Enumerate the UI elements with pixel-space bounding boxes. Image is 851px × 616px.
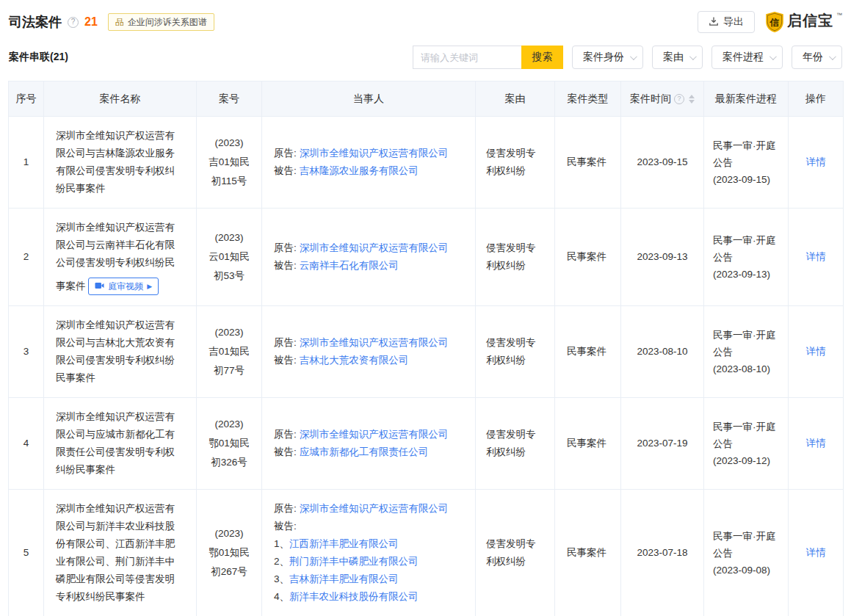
plaintiff-link[interactable]: 深圳市全维知识产权运营有限公司 (300, 148, 449, 159)
cause-cell: 侵害发明专利权纠纷 (476, 398, 555, 490)
defendant-link[interactable]: 荆门新洋丰中磷肥业有限公司 (289, 556, 419, 567)
chevron-down-icon (829, 53, 836, 60)
parties-cell: 原告:深圳市全维知识产权运营有限公司 被告:吉林隆源农业服务有限公司 (262, 117, 476, 209)
brand-trademark: ™ (836, 12, 842, 18)
row-index: 2 (9, 209, 44, 306)
case-name: 深圳市全维知识产权运营有限公司与应城市新都化工有限责任公司侵害发明专利权纠纷民事… (56, 411, 175, 475)
defendant-number: 1、 (274, 538, 289, 549)
defendant-link[interactable]: 吉林隆源农业服务有限公司 (300, 165, 419, 176)
defendant-link[interactable]: 吉林新洋丰肥业有限公司 (289, 573, 399, 584)
cause-cell: 侵害发明专利权纠纷 (476, 490, 555, 616)
export-button[interactable]: 导出 (698, 11, 755, 33)
chevron-down-icon (689, 53, 697, 60)
defendant-label: 被告: (274, 165, 297, 176)
filter-controls: 搜索 案件身份 案由 案件进程 年份 (413, 46, 842, 69)
detail-link[interactable]: 详情 (806, 547, 826, 558)
case-number: (2023) 吉01知民 初115号 (197, 117, 262, 209)
plaintiff-label: 原告: (274, 148, 297, 159)
cause-dropdown[interactable]: 案由 (652, 46, 703, 69)
progress-dropdown[interactable]: 案件进程 (711, 46, 783, 69)
col-header-time[interactable]: 案件时间 ? (621, 81, 704, 117)
row-index: 5 (9, 490, 44, 616)
page-title: 司法案件 (9, 13, 62, 31)
section-title: 案件串联(21) (9, 51, 68, 64)
title-help-icon[interactable]: ? (68, 17, 79, 28)
detail-link[interactable]: 详情 (806, 438, 826, 449)
svg-text:信: 信 (769, 17, 780, 28)
col-header-index: 序号 (9, 81, 44, 117)
search-box: 搜索 (413, 46, 563, 69)
case-time-cell: 2023-07-19 (621, 398, 704, 490)
case-type-cell: 民事案件 (555, 398, 621, 490)
year-dropdown[interactable]: 年份 (792, 46, 842, 69)
progress-cell: 民事一审·开庭公告 (2023-09-12) (704, 398, 789, 490)
plaintiff-link[interactable]: 深圳市全维知识产权运营有限公司 (300, 242, 449, 253)
brand-logo: 信 启信宝 ™ (765, 11, 842, 33)
trial-video-label: 庭审视频 (108, 282, 143, 291)
org-chart-icon: 品 (115, 16, 124, 29)
defendant-label: 被告: (274, 355, 297, 366)
defendant-label: 被告: (274, 446, 297, 457)
plaintiff-link[interactable]: 深圳市全维知识产权运营有限公司 (300, 503, 449, 514)
case-role-dropdown[interactable]: 案件身份 (572, 46, 643, 69)
parties-cell: 原告:深圳市全维知识产权运营有限公司 被告:云南祥丰石化有限公司 (262, 209, 476, 306)
litigation-graph-badge[interactable]: 品 企业间涉诉关系图谱 (108, 13, 214, 31)
chevron-down-icon (630, 53, 637, 60)
progress-cell: 民事一审·开庭公告 (2023-09-13) (704, 209, 789, 306)
cause-dropdown-label: 案由 (663, 51, 684, 64)
defendant-link[interactable]: 江西新洋丰肥业有限公司 (289, 538, 399, 549)
table-header-row: 序号 案件名称 案号 当事人 案由 案件类型 案件时间 ? 最新案件进程 操作 (9, 81, 844, 117)
detail-link[interactable]: 详情 (806, 346, 826, 357)
case-type-cell: 民事案件 (555, 209, 621, 306)
case-time-cell: 2023-07-18 (621, 490, 704, 616)
case-time-cell: 2023-08-10 (621, 306, 704, 398)
defendant-link[interactable]: 云南祥丰石化有限公司 (300, 260, 399, 271)
defendant-number: 3、 (274, 573, 289, 584)
case-type-cell: 民事案件 (555, 306, 621, 398)
cause-cell: 侵害发明专利权纠纷 (476, 117, 555, 209)
defendant-link[interactable]: 吉林北大荒农资有限公司 (300, 355, 409, 366)
plaintiff-label: 原告: (274, 337, 297, 348)
case-time-cell: 2023-09-15 (621, 117, 704, 209)
top-bar: 司法案件 ? 21 品 企业间涉诉关系图谱 导出 信 启信宝 ™ (0, 0, 851, 34)
row-index: 4 (9, 398, 44, 490)
brand-name: 启信宝 (787, 11, 833, 31)
progress-dropdown-label: 案件进程 (723, 51, 764, 64)
detail-link[interactable]: 详情 (806, 251, 826, 262)
table-row: 1 深圳市全维知识产权运营有限公司与吉林隆源农业服务有限公司侵害发明专利权纠纷民… (9, 117, 844, 209)
time-help-icon[interactable]: ? (674, 94, 684, 104)
defendant-number: 2、 (274, 556, 289, 567)
progress-cell: 民事一审·开庭公告 (2023-09-15) (704, 117, 789, 209)
download-icon (709, 16, 719, 29)
col-header-progress: 最新案件进程 (704, 81, 789, 117)
plaintiff-link[interactable]: 深圳市全维知识产权运营有限公司 (300, 429, 449, 440)
case-name: 深圳市全维知识产权运营有限公司与吉林北大荒农资有限公司侵害发明专利权纠纷民事案件 (56, 319, 175, 383)
row-index: 1 (9, 117, 44, 209)
case-type-cell: 民事案件 (555, 117, 621, 209)
parties-cell: 原告:深圳市全维知识产权运营有限公司 被告:吉林北大荒农资有限公司 (262, 306, 476, 398)
defendant-link[interactable]: 新洋丰农业科技股份有限公司 (289, 591, 419, 602)
sort-icon[interactable] (689, 95, 695, 104)
year-dropdown-label: 年份 (803, 51, 823, 64)
top-bar-right: 导出 信 启信宝 ™ (698, 11, 842, 33)
case-role-dropdown-label: 案件身份 (583, 51, 624, 64)
col-header-parties: 当事人 (262, 81, 476, 117)
progress-cell: 民事一审·开庭公告 (2023-09-08) (704, 490, 789, 616)
cause-cell: 侵害发明专利权纠纷 (476, 209, 555, 306)
litigation-graph-label: 企业间涉诉关系图谱 (128, 16, 207, 29)
defendant-number: 4、 (274, 591, 289, 602)
col-header-action: 操作 (789, 81, 844, 117)
plaintiff-label: 原告: (274, 429, 297, 440)
search-button[interactable]: 搜索 (521, 46, 563, 69)
case-number: (2023) 云01知民 初53号 (197, 209, 262, 306)
detail-link[interactable]: 详情 (806, 156, 826, 167)
case-count: 21 (84, 15, 98, 29)
trial-video-button[interactable]: 庭审视频 ▶ (88, 278, 159, 295)
search-input[interactable] (413, 46, 521, 69)
defendant-link[interactable]: 应城市新都化工有限责任公司 (300, 446, 429, 457)
progress-cell: 民事一审·开庭公告 (2023-08-10) (704, 306, 789, 398)
case-type-cell: 民事案件 (555, 490, 621, 616)
case-number: (2023) 鄂01知民 初267号 (197, 490, 262, 616)
plaintiff-link[interactable]: 深圳市全维知识产权运营有限公司 (300, 337, 449, 348)
plaintiff-label: 原告: (274, 242, 297, 253)
